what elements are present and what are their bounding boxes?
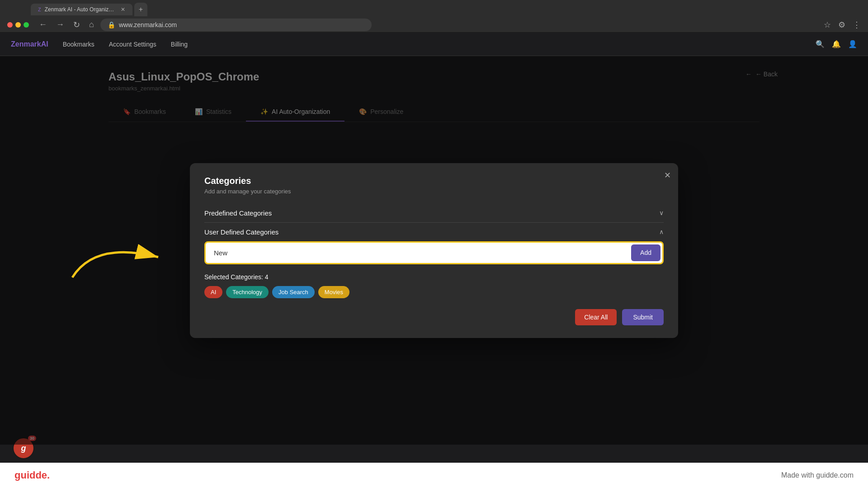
- nav-billing[interactable]: Billing: [171, 41, 188, 48]
- guidde-logo: guidde.: [14, 469, 50, 481]
- tag-ai[interactable]: AI: [204, 286, 222, 298]
- guidde-made-with: Made with guidde.com: [781, 471, 854, 479]
- submit-btn[interactable]: Submit: [622, 309, 664, 325]
- tags-row: AI Technology Job Search Movies: [204, 286, 664, 298]
- logo-text: ZenmarkAI: [11, 40, 48, 48]
- predefined-title: Predefined Categories: [204, 209, 272, 217]
- avatar-letter: g: [21, 444, 26, 453]
- modal-title: Categories: [204, 176, 664, 186]
- nav-forward-btn[interactable]: →: [53, 18, 67, 31]
- tag-job-search[interactable]: Job Search: [272, 286, 315, 298]
- selected-categories-label: Selected Categories: 4: [204, 273, 664, 281]
- tab-title: Zenmark AI - Auto Organize Brow: [45, 6, 117, 13]
- nav-right: 🔍 🔔 👤: [816, 40, 857, 48]
- address-bar[interactable]: 🔒 www.zenmarkai.com: [100, 19, 372, 31]
- modal-close-btn[interactable]: ✕: [664, 170, 671, 180]
- nav-account-settings[interactable]: Account Settings: [109, 41, 156, 48]
- tab-close-icon[interactable]: ✕: [121, 6, 125, 13]
- modal-overlay: ✕ Categories Add and manage your categor…: [0, 56, 868, 445]
- settings-icon[interactable]: ⚙: [838, 20, 845, 30]
- bell-icon[interactable]: 🔔: [832, 40, 841, 48]
- modal-description: Add and manage your categories: [204, 188, 664, 195]
- menu-icon[interactable]: ⋮: [853, 20, 861, 30]
- tag-technology[interactable]: Technology: [226, 286, 269, 298]
- new-tab-btn[interactable]: +: [134, 3, 147, 16]
- user-defined-header: User Defined Categories ∧: [204, 223, 664, 241]
- guidde-footer: guidde. Made with guidde.com: [0, 463, 868, 488]
- user-defined-title: User Defined Categories: [204, 228, 278, 236]
- arrow-annotation: [68, 232, 167, 288]
- guidde-logo-text: guidde.: [14, 469, 50, 481]
- app-logo: ZenmarkAI: [11, 40, 48, 48]
- app-nav: ZenmarkAI Bookmarks Account Settings Bil…: [0, 33, 868, 56]
- nav-back-btn[interactable]: ←: [36, 18, 50, 31]
- star-icon[interactable]: ☆: [824, 20, 831, 30]
- tag-movies[interactable]: Movies: [318, 286, 349, 298]
- nav-refresh-btn[interactable]: ↻: [71, 18, 83, 32]
- modal-footer: Clear All Submit: [204, 309, 664, 325]
- url-text: www.zenmarkai.com: [119, 21, 177, 28]
- nav-home-btn[interactable]: ⌂: [86, 18, 97, 31]
- predefined-categories-header[interactable]: Predefined Categories ∨: [204, 204, 664, 223]
- browser-right-icons: ☆ ⚙ ⋮: [824, 20, 861, 30]
- search-icon[interactable]: 🔍: [816, 40, 825, 48]
- clear-all-btn[interactable]: Clear All: [575, 309, 617, 325]
- browser-tab[interactable]: Z Zenmark AI - Auto Organize Brow ✕: [31, 4, 132, 15]
- input-row: Add: [204, 241, 664, 264]
- categories-modal: ✕ Categories Add and manage your categor…: [190, 163, 678, 338]
- user-defined-chevron-icon: ∧: [659, 228, 664, 235]
- plus-icon: +: [139, 5, 143, 14]
- lock-icon: 🔒: [108, 21, 115, 28]
- user-icon[interactable]: 👤: [848, 40, 857, 48]
- predefined-chevron-icon: ∨: [659, 209, 664, 216]
- nav-bookmarks[interactable]: Bookmarks: [63, 41, 94, 48]
- category-input[interactable]: [208, 244, 627, 261]
- add-category-btn[interactable]: Add: [631, 244, 660, 261]
